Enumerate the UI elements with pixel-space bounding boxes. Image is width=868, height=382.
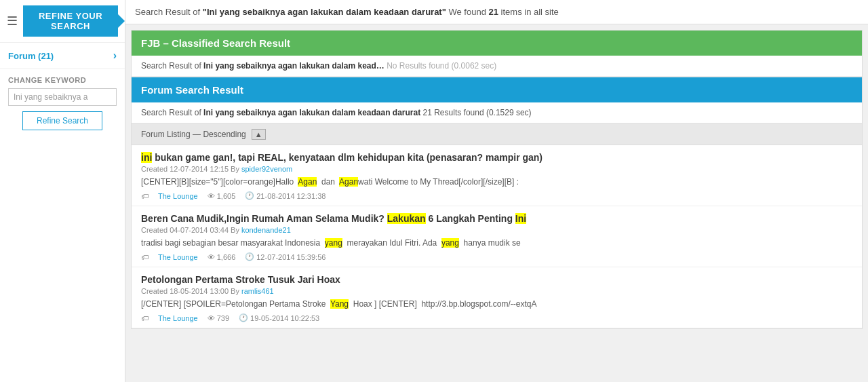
forum-arrow-icon[interactable]: › — [113, 50, 117, 62]
eye-icon-3: 👁 — [208, 314, 215, 322]
result-date-1: 🕐 21-08-2014 12:31:38 — [245, 191, 326, 200]
sort-icon[interactable]: ▲ — [252, 129, 266, 140]
result-title-mid-2: 6 Langkah Penting — [426, 213, 515, 224]
result-date-2: 🕐 12-07-2014 15:39:56 — [245, 252, 326, 261]
forum-label: Forum (21) — [8, 51, 54, 61]
forum-body-suffix: 21 Results found (0.1529 sec) — [420, 108, 531, 117]
fjb-body-prefix: Search Result of — [141, 61, 203, 71]
search-count: 21 — [489, 7, 498, 17]
result-title-highlight-1: ini — [141, 152, 152, 163]
main-content: Search Result of "Ini yang sebaiknya aga… — [125, 0, 868, 382]
date-value-1: 21-08-2014 12:31:38 — [256, 192, 326, 200]
eye-icon-2: 👁 — [208, 253, 215, 261]
result-views-2: 👁 1,666 — [208, 253, 236, 261]
result-author-1[interactable]: spider92venom — [241, 165, 292, 173]
result-views-3: 👁 739 — [208, 314, 229, 322]
clock-icon-3: 🕐 — [239, 313, 248, 322]
tag-icon-2: 🏷 — [141, 253, 149, 261]
search-prefix: Search Result of — [135, 7, 203, 17]
clock-icon-1: 🕐 — [245, 191, 254, 200]
forum-section: Forum Search Result Search Result of Ini… — [131, 77, 863, 329]
result-title-highlight-2b: Ini — [515, 213, 526, 224]
sidebar: ☰ REFINE YOUR SEARCH Forum (21) › CHANGE… — [0, 0, 125, 382]
result-item-2: Beren Cana Mudik,Ingin Rumah Aman Selama… — [132, 206, 862, 267]
refine-your-search-button[interactable]: REFINE YOUR SEARCH — [23, 5, 118, 37]
result-title-text-3: Petolongan Pertama Stroke Tusuk Jari Hoa… — [141, 274, 340, 285]
fjb-section: FJB – Classified Search Result Search Re… — [131, 30, 863, 77]
result-created-3: Created 18-05-2014 13:00 By ramlis461 — [141, 287, 852, 295]
result-title-3: Petolongan Pertama Stroke Tusuk Jari Hoa… — [141, 274, 852, 285]
forum-body-prefix: Search Result of — [141, 108, 203, 117]
result-views-1: 👁 1,605 — [208, 192, 236, 200]
forum-section-header: Forum Search Result — [132, 77, 862, 102]
result-title-text-1: bukan game gan!, tapi REAL, kenyataan dl… — [155, 152, 542, 163]
refine-btn-wrapper: REFINE YOUR SEARCH — [23, 5, 118, 37]
fjb-section-body: Search Result of Ini yang sebaiknya agan… — [132, 56, 862, 77]
tag-icon-1: 🏷 — [141, 192, 149, 200]
result-meta-1: 🏷 The Lounge 👁 1,605 🕐 21-08-2014 12:31:… — [141, 191, 852, 200]
search-query: "Ini yang sebaiknya agan lakukan dalam k… — [203, 7, 446, 17]
result-date-3: 🕐 19-05-2014 10:22:53 — [239, 313, 319, 322]
forum-listing-label: Forum Listing — [141, 130, 191, 139]
search-suffix2: items in all site — [498, 7, 559, 17]
change-keyword-section: CHANGE KEYWORD Refine Search — [0, 69, 125, 137]
change-keyword-title: CHANGE KEYWORD — [8, 76, 117, 84]
forum-body-keyword: Ini yang sebaiknya agan lakukan dalam ke… — [203, 108, 420, 117]
result-title-before-2: Beren Cana Mudik,Ingin Rumah Aman Selama… — [141, 213, 387, 224]
result-tag-3[interactable]: The Lounge — [158, 314, 198, 322]
forum-section-body: Search Result of Ini yang sebaiknya agan… — [132, 102, 862, 123]
eye-icon-1: 👁 — [208, 192, 215, 200]
result-excerpt-3: [/CENTER] [SPOILER=Petolongan Pertama St… — [141, 298, 852, 310]
result-meta-2: 🏷 The Lounge 👁 1,666 🕐 12-07-2014 15:39:… — [141, 252, 852, 261]
result-author-3[interactable]: ramlis461 — [241, 287, 274, 295]
keyword-input[interactable] — [8, 88, 117, 106]
result-title-2: Beren Cana Mudik,Ingin Rumah Aman Selama… — [141, 213, 852, 224]
result-title-highlight-2a: Lakukan — [387, 213, 426, 224]
fjb-body-keyword: Ini yang sebaiknya agan lakukan dalam ke… — [203, 61, 384, 71]
result-author-2[interactable]: kondenande21 — [241, 226, 291, 234]
result-created-2: Created 04-07-2014 03:44 By kondenande21 — [141, 226, 852, 234]
result-meta-3: 🏷 The Lounge 👁 739 🕐 19-05-2014 10:22:53 — [141, 313, 852, 322]
sidebar-forum-section: Forum (21) › — [0, 43, 125, 69]
search-summary-bar: Search Result of "Ini yang sebaiknya aga… — [125, 0, 868, 24]
result-created-1: Created 12-07-2014 12:15 By spider92veno… — [141, 165, 852, 173]
hamburger-icon[interactable]: ☰ — [7, 14, 18, 28]
forum-listing-order: — Descending — [191, 130, 246, 139]
view-count-1: 1,605 — [217, 192, 236, 200]
result-excerpt-2: tradisi bagi sebagian besar masyarakat I… — [141, 237, 852, 249]
refine-btn-arrow-icon — [118, 14, 125, 28]
view-count-3: 739 — [217, 314, 229, 322]
result-excerpt-1: [CENTER][B][size="5"][color=orange]Hallo… — [141, 176, 852, 188]
date-value-2: 12-07-2014 15:39:56 — [256, 253, 326, 261]
result-tag-2[interactable]: The Lounge — [158, 253, 198, 261]
view-count-2: 1,666 — [217, 253, 236, 261]
result-title-1: ini bukan game gan!, tapi REAL, kenyataa… — [141, 152, 852, 163]
fjb-no-results: No Results found (0.0062 sec) — [384, 61, 496, 71]
forum-listing-bar: Forum Listing — Descending ▲ — [132, 123, 862, 145]
refine-search-button[interactable]: Refine Search — [22, 111, 102, 130]
result-tag-1[interactable]: The Lounge — [158, 192, 198, 200]
search-mid: We found — [446, 7, 489, 17]
result-item-3: Petolongan Pertama Stroke Tusuk Jari Hoa… — [132, 267, 862, 328]
fjb-section-header: FJB – Classified Search Result — [132, 31, 862, 56]
date-value-3: 19-05-2014 10:22:53 — [250, 314, 319, 322]
clock-icon-2: 🕐 — [245, 252, 254, 261]
tag-icon-3: 🏷 — [141, 314, 149, 322]
sidebar-top: ☰ REFINE YOUR SEARCH — [0, 0, 125, 43]
result-item: ini bukan game gan!, tapi REAL, kenyataa… — [132, 145, 862, 206]
